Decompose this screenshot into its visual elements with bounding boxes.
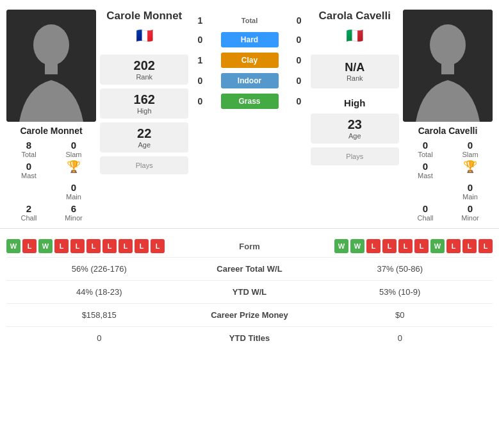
clay-button[interactable]: Clay bbox=[221, 53, 279, 68]
player1-main-cell: 0 Main bbox=[58, 182, 90, 201]
player2-main-label: Main bbox=[462, 193, 478, 201]
center-column: 1 Total 0 0 Hard 0 1 Clay 0 0 Indoor 0 0… bbox=[192, 10, 306, 222]
player1-rank-label: Rank bbox=[102, 73, 186, 81]
prize-p2: $0 bbox=[307, 310, 493, 320]
svg-rect-2 bbox=[45, 63, 58, 74]
form-badge-p1: L bbox=[86, 239, 101, 253]
form-badge-p1: L bbox=[151, 239, 165, 253]
player2-main-cell: 0 Main bbox=[454, 182, 486, 201]
player1-rank-box: 202 Rank bbox=[100, 54, 188, 85]
player2-total-value: 0 bbox=[423, 140, 428, 151]
titles-p2: 0 bbox=[307, 333, 493, 343]
form-badge-p1: L bbox=[70, 239, 85, 253]
player2-minor-value: 0 bbox=[468, 203, 473, 214]
form-badge-p2: L bbox=[366, 239, 380, 253]
player2-plays-label: Plays bbox=[313, 153, 397, 160]
player2-minor-label: Minor bbox=[461, 214, 479, 222]
form-badge-p2: W bbox=[334, 239, 348, 253]
player1-age-label: Age bbox=[102, 141, 186, 149]
form-badge-p2: L bbox=[382, 239, 397, 253]
form-badge-p2: L bbox=[462, 239, 477, 253]
player2-plays-box: Plays bbox=[311, 147, 399, 165]
form-badge-p1: L bbox=[54, 239, 69, 253]
player2-total-label: Total bbox=[418, 151, 432, 158]
score-p2-hard: 0 bbox=[291, 35, 307, 45]
player1-plays-label: Plays bbox=[102, 162, 186, 169]
trophy-cell: 🏆 bbox=[58, 161, 90, 179]
career-label: Career Total W/L bbox=[192, 264, 307, 274]
player2-trophy-cell: 🏆 bbox=[454, 161, 486, 179]
ytd-row: 44% (18-23) YTD W/L 53% (10-9) bbox=[6, 281, 493, 304]
svg-rect-5 bbox=[441, 63, 454, 74]
ytd-p2: 53% (10-9) bbox=[307, 287, 493, 297]
career-p1: 56% (226-176) bbox=[6, 264, 192, 274]
player2-high-value: High bbox=[344, 92, 365, 110]
score-p2-indoor: 0 bbox=[291, 76, 307, 86]
form-row: WLWLLLLLLL Form WWLLLLWLLL bbox=[6, 235, 493, 258]
indoor-button[interactable]: Indoor bbox=[221, 73, 279, 88]
player2-chall-label: Chall bbox=[417, 214, 433, 222]
grass-button[interactable]: Grass bbox=[221, 94, 279, 109]
player1-total-label: Total bbox=[21, 151, 36, 158]
player2-chall-value: 0 bbox=[423, 203, 428, 214]
score-p1-indoor: 0 bbox=[192, 76, 208, 86]
form-badge-p1: L bbox=[22, 239, 37, 253]
total-label: Total bbox=[208, 17, 291, 24]
career-p2: 37% (50-86) bbox=[307, 264, 493, 274]
career-row: 56% (226-176) Career Total W/L 37% (50-8… bbox=[6, 258, 493, 281]
form-badge-p1: L bbox=[102, 239, 117, 253]
player1-middle-panel: Carole Monnet 🇫🇷 202 Rank 162 High 22 Ag… bbox=[100, 10, 188, 222]
player1-main-value: 0 bbox=[71, 182, 76, 193]
player2-name: Carola Cavelli bbox=[418, 126, 478, 136]
titles-label: YTD Titles bbox=[192, 333, 307, 343]
grass-row: 0 Grass 0 bbox=[192, 92, 306, 110]
form-badge-p1: W bbox=[6, 239, 20, 253]
player1-total-cell: 8 Total bbox=[13, 140, 45, 158]
prize-row: $158,815 Career Prize Money $0 bbox=[6, 304, 493, 327]
ytd-p1: 44% (18-23) bbox=[6, 287, 192, 297]
player2-flag: 🇮🇹 bbox=[346, 28, 363, 44]
player1-stats: 8 Total 0 Slam 0 Mast 🏆 0 Main 2 Chall bbox=[6, 140, 96, 222]
form-badge-p2: L bbox=[446, 239, 461, 253]
hard-button[interactable]: Hard bbox=[221, 32, 279, 47]
player2-rank-label: Rank bbox=[313, 74, 397, 82]
player1-photo bbox=[6, 10, 96, 122]
player1-chall-cell: 2 Chall bbox=[13, 203, 45, 222]
form-badge-p2: L bbox=[479, 239, 493, 253]
player2-middle-panel: Carola Cavelli 🇮🇹 N/A Rank High 23 Age P… bbox=[311, 10, 399, 222]
player1-name: Carole Monnet bbox=[20, 126, 82, 136]
score-p1-grass: 0 bbox=[192, 96, 208, 106]
player1-minor-value: 6 bbox=[71, 203, 76, 214]
player1-slam-value: 0 bbox=[71, 140, 76, 151]
player1-chall-value: 2 bbox=[26, 203, 31, 214]
player2-rank-box: N/A Rank bbox=[311, 54, 399, 88]
player1-high-value: 162 bbox=[102, 92, 186, 107]
score-p2-total: 0 bbox=[291, 15, 307, 26]
player1-age-value: 22 bbox=[102, 126, 186, 141]
player1-age-box: 22 Age bbox=[100, 122, 188, 153]
total-row: 1 Total 0 bbox=[192, 13, 306, 28]
player1-slam-cell: 0 Slam bbox=[58, 140, 90, 158]
player2-main-value: 0 bbox=[468, 182, 473, 193]
player1-mast-value: 0 bbox=[26, 161, 31, 172]
player1-minor-cell: 6 Minor bbox=[58, 203, 90, 222]
form-left: WLWLLLLLLL bbox=[6, 239, 218, 253]
player2-stats: 0 Total 0 Slam 0 Mast 🏆 0 Main 0 Chall bbox=[403, 140, 493, 222]
player1-high-label: High bbox=[102, 107, 186, 115]
trophy-icon: 🏆 bbox=[67, 161, 81, 172]
player2-name-center: Carola Cavelli bbox=[319, 10, 391, 22]
player2-total-cell: 0 Total bbox=[409, 140, 441, 158]
form-badge-p2: L bbox=[398, 239, 413, 253]
indoor-row: 0 Indoor 0 bbox=[192, 72, 306, 90]
player2-panel: Carola Cavelli 0 Total 0 Slam 0 Mast 🏆 0… bbox=[403, 10, 493, 222]
player2-age-label: Age bbox=[313, 132, 397, 140]
score-p1-clay: 1 bbox=[192, 55, 208, 65]
form-badge-p2: W bbox=[430, 239, 445, 253]
score-p2-grass: 0 bbox=[291, 96, 307, 106]
form-badge-p2: L bbox=[414, 239, 429, 253]
player2-empty bbox=[409, 177, 441, 201]
player2-minor-cell: 0 Minor bbox=[454, 203, 486, 222]
player2-slam-label: Slam bbox=[462, 151, 478, 158]
prize-label: Career Prize Money bbox=[192, 310, 307, 320]
score-p1-hard: 0 bbox=[192, 35, 208, 45]
